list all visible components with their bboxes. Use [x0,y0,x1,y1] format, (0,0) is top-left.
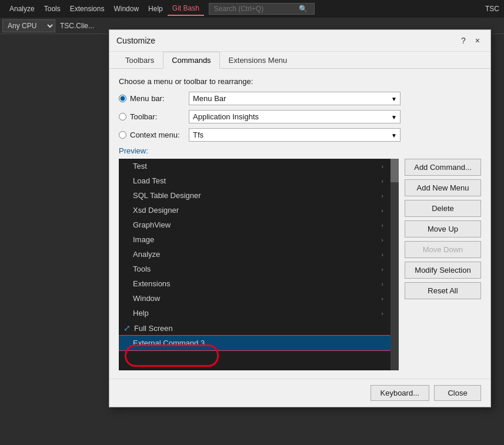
list-item-external-command-3[interactable]: External Command 3 [119,336,390,350]
section-label: Choose a menu or toolbar to rearrange: [119,77,481,86]
list-item[interactable]: ⤢ Full Screen [119,320,390,336]
item-label: Tools [133,265,151,273]
item-label: External Command 3 [133,339,205,347]
chevron-right-icon: › [381,251,383,258]
menu-bar-radio[interactable] [119,95,126,102]
move-up-button[interactable]: Move Up [405,220,481,237]
chevron-right-icon: › [381,192,383,199]
close-x-button[interactable]: × [472,35,483,46]
context-menu-radio[interactable] [119,131,126,139]
item-label: Load Test [133,176,166,185]
help-button[interactable]: ? [458,35,469,46]
chevron-right-icon: › [381,207,383,214]
scrollbar-thumb[interactable] [390,159,399,182]
move-down-button[interactable]: Move Down [405,241,481,258]
preview-label: Preview: [119,146,481,155]
chevron-right-icon: › [381,266,383,273]
dialog-title: Customize [116,36,155,45]
item-label: Window [133,294,160,303]
chevron-right-icon: › [381,310,383,317]
fullscreen-icon: ⤢ [124,323,131,333]
list-item[interactable]: SQL Table Designer › [119,188,390,203]
menu-bar-label: Menu bar: [130,94,189,103]
preview-area: Test › Load Test › SQL Table Designer › [119,159,481,370]
toolbar-select-wrapper: Application Insights ▼ [189,110,400,123]
chevron-right-icon: › [381,163,383,170]
delete-button[interactable]: Delete [405,200,481,217]
dialog-titlebar: Customize ? × [109,30,490,52]
dialog-footer: Keyboard... Close [109,379,490,407]
dialog-content: Choose a menu or toolbar to rearrange: M… [109,69,490,379]
context-menu-label: Context menu: [130,131,189,139]
item-label: Xsd Designer [133,206,179,215]
list-item[interactable]: Window › [119,291,390,306]
chevron-right-icon: › [381,178,383,185]
reset-all-button[interactable]: Reset All [405,282,481,299]
close-button[interactable]: Close [434,385,481,401]
modify-selection-button[interactable]: Modify Selection [405,262,481,279]
toolbar-radio[interactable] [119,113,126,121]
list-item[interactable]: Xsd Designer › [119,203,390,218]
toolbar-select[interactable]: Application Insights [189,110,400,123]
context-menu-row: Context menu: Tfs ▼ [119,128,481,142]
list-item[interactable]: Extensions › [119,276,390,291]
dialog-overlay: Customize ? × Toolbars Commands Extensio… [0,0,504,445]
add-new-menu-button[interactable]: Add New Menu [405,179,481,196]
chevron-right-icon: › [381,222,383,229]
scrollbar[interactable] [390,159,399,370]
chevron-right-icon: › [381,236,383,243]
list-item[interactable]: Test › [119,159,390,173]
customize-dialog: Customize ? × Toolbars Commands Extensio… [109,29,491,407]
item-label: Help [133,309,149,317]
toolbar-row-radio: Toolbar: Application Insights ▼ [119,110,481,123]
toolbar-radio-label: Toolbar: [130,112,189,121]
item-label: Image [133,235,154,244]
item-label: Extensions [133,279,171,288]
list-item[interactable]: Load Test › [119,173,390,188]
list-item[interactable]: Analyze › [119,247,390,262]
tab-bar: Toolbars Commands Extensions Menu [109,52,490,69]
keyboard-button[interactable]: Keyboard... [371,385,430,401]
action-buttons: Add Command... Add New Menu Delete Move … [405,159,481,370]
list-item[interactable]: GraphView › [119,218,390,232]
preview-list-container: Test › Load Test › SQL Table Designer › [119,159,399,370]
tab-commands[interactable]: Commands [163,52,219,69]
tab-toolbars[interactable]: Toolbars [116,52,163,69]
dialog-controls: ? × [458,35,483,46]
chevron-right-icon: › [381,295,383,302]
item-label: GraphView [133,220,171,229]
menu-bar-select-wrapper: Menu Bar ▼ [189,92,400,105]
menu-bar-select[interactable]: Menu Bar [189,92,400,105]
list-item[interactable]: Help › [119,306,390,320]
preview-list: Test › Load Test › SQL Table Designer › [119,159,399,350]
tab-extensions-menu[interactable]: Extensions Menu [220,52,296,69]
list-item[interactable]: Image › [119,232,390,247]
item-label: Analyze [133,250,160,259]
item-label: Full Screen [134,324,173,333]
item-label: Test [133,162,147,170]
chevron-right-icon: › [381,280,383,287]
list-item[interactable]: Tools › [119,262,390,276]
item-label: SQL Table Designer [133,191,201,200]
context-select-wrapper: Tfs ▼ [189,128,400,142]
add-command-button[interactable]: Add Command... [405,159,481,176]
menu-bar-row: Menu bar: Menu Bar ▼ [119,92,481,105]
context-select[interactable]: Tfs [189,128,400,142]
